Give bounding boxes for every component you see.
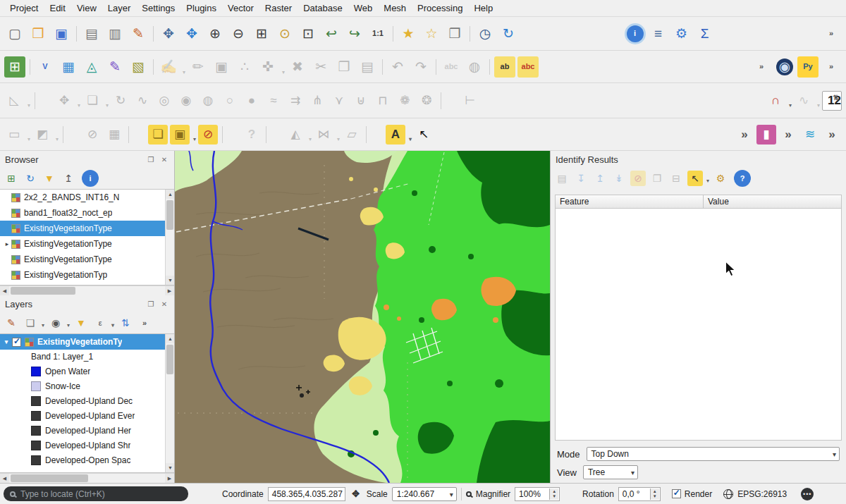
new-project-icon[interactable]: ▢: [4, 23, 25, 44]
menu-plugins[interactable]: Plugins: [180, 1, 222, 16]
identify-help-icon[interactable]: ?: [734, 170, 751, 187]
filter-legend-icon[interactable]: ▼: [73, 315, 89, 331]
move-feature-icon[interactable]: ✥: [54, 91, 74, 111]
pan-to-selection-icon[interactable]: ✥: [181, 23, 202, 44]
zoom-in-icon[interactable]: ⊕: [204, 23, 226, 44]
identify-form-icon[interactable]: ▤: [554, 171, 570, 186]
scroll-thumb[interactable]: [11, 287, 75, 295]
menu-help[interactable]: Help: [468, 1, 498, 16]
copy-features-icon[interactable]: ❐: [333, 56, 355, 78]
dataplotly-icon[interactable]: ▮: [756, 125, 776, 145]
browser-item[interactable]: ExistingVegetationType: [0, 252, 174, 267]
band-row[interactable]: Band 1: Layer_1: [0, 350, 174, 364]
fill-ring-icon[interactable]: ◍: [198, 91, 218, 111]
spinner-arrows[interactable]: [549, 488, 558, 500]
zoom-full-icon[interactable]: ⊞: [251, 23, 272, 44]
mode-dropdown[interactable]: Top Down: [587, 447, 840, 461]
trim-extend-icon[interactable]: ⊢: [460, 91, 480, 111]
python-console-icon[interactable]: Py: [797, 56, 819, 78]
delete-ring-icon[interactable]: ○: [220, 91, 240, 111]
add-delimited-text-icon[interactable]: ✎: [104, 56, 125, 78]
horizontal-scrollbar[interactable]: [0, 473, 174, 483]
legend-item[interactable]: Developed-Upland Shr: [0, 438, 174, 453]
label-visibility-icon[interactable]: ⊘: [198, 125, 218, 145]
column-header-value[interactable]: Value: [704, 195, 841, 208]
options-icon[interactable]: ⚙: [671, 23, 692, 44]
messages-icon[interactable]: [801, 488, 814, 500]
offset-point-symbols-icon[interactable]: ❂: [417, 91, 436, 111]
magnifier-spinner[interactable]: 100%: [515, 487, 560, 501]
scroll-thumb[interactable]: [11, 474, 88, 482]
scroll-track[interactable]: [166, 343, 174, 463]
split-features-icon[interactable]: ⋔: [307, 91, 327, 111]
add-vector-layer-icon[interactable]: V: [35, 56, 56, 78]
menu-mesh[interactable]: Mesh: [378, 1, 412, 16]
annotations-icon[interactable]: A: [386, 125, 405, 145]
temporal-controller-icon[interactable]: ◷: [474, 23, 496, 44]
legend-item[interactable]: Developed-Open Spac: [0, 453, 174, 467]
copy-feature-icon[interactable]: ❐: [649, 171, 665, 186]
scroll-track[interactable]: [9, 474, 165, 483]
show-layout-manager-icon[interactable]: ▥: [104, 23, 125, 44]
save-layer-edits-icon[interactable]: ▣: [211, 56, 232, 78]
render-toggle[interactable]: Render: [670, 489, 712, 499]
zoom-native-icon[interactable]: 1:1: [367, 23, 388, 44]
refresh-map-icon[interactable]: ↻: [498, 23, 519, 44]
legend-item[interactable]: Developed-Upland Her: [0, 423, 174, 438]
expand-tree-icon[interactable]: ↧: [573, 171, 589, 186]
style-manager-icon[interactable]: ✎: [128, 23, 149, 44]
browser-item[interactable]: band1_float32_noct_ep: [0, 205, 174, 221]
open-project-icon[interactable]: ❒: [27, 23, 49, 44]
collapse-tree-icon[interactable]: ↥: [592, 171, 608, 186]
deselect-features-icon[interactable]: ⊘: [82, 125, 102, 145]
profile-tool-icon[interactable]: ≋: [800, 125, 820, 145]
toolbar-extension-icon[interactable]: »: [751, 56, 772, 78]
scale-dropdown[interactable]: 1:240.667: [392, 487, 457, 501]
vertex-tool-icon[interactable]: ✜: [257, 56, 278, 78]
legend-item[interactable]: Snow-Ice: [0, 379, 174, 393]
panel-float-icon[interactable]: [146, 299, 156, 309]
metasearch-icon[interactable]: ◉: [776, 59, 793, 75]
layer-diagram-icon[interactable]: ◍: [464, 56, 485, 78]
expand-collapse-icon[interactable]: ⇅: [118, 315, 133, 331]
panel-close-icon[interactable]: [159, 299, 169, 309]
scroll-down-button[interactable]: [166, 463, 174, 472]
data-source-manager-icon[interactable]: ⊞: [4, 56, 25, 78]
identify-results-table[interactable]: Feature Value: [555, 195, 842, 441]
render-checkbox[interactable]: [672, 489, 681, 498]
layer-visibility-checkbox[interactable]: [12, 338, 21, 347]
save-project-icon[interactable]: ▣: [51, 23, 72, 44]
menu-vector[interactable]: Vector: [222, 1, 259, 16]
simplify-feature-icon[interactable]: ∿: [133, 91, 152, 111]
view-dropdown[interactable]: Tree: [583, 465, 638, 479]
toolbar-extension-icon[interactable]: »: [821, 23, 842, 44]
add-raster-layer-icon[interactable]: ▦: [58, 56, 79, 78]
layers-extension-icon[interactable]: »: [137, 315, 152, 331]
add-ring-icon[interactable]: ◎: [154, 91, 174, 111]
pan-map-icon[interactable]: ✥: [158, 23, 179, 44]
horizontal-scrollbar[interactable]: [0, 285, 174, 295]
cut-features-icon[interactable]: ✂: [310, 56, 331, 78]
filter-expression-icon[interactable]: ε: [92, 315, 108, 331]
highlight-labels-icon[interactable]: abc: [517, 56, 539, 78]
properties-widget-icon[interactable]: i: [82, 170, 99, 187]
vertical-scrollbar[interactable]: [165, 190, 174, 285]
column-header-feature[interactable]: Feature: [556, 195, 704, 208]
merge-attributes-icon[interactable]: ⊓: [373, 91, 393, 111]
scroll-track[interactable]: [166, 199, 174, 276]
scroll-left-button[interactable]: [0, 474, 9, 483]
expander-icon[interactable]: ▾: [2, 338, 11, 345]
add-part-icon[interactable]: ◉: [176, 91, 196, 111]
scroll-up-button[interactable]: [166, 190, 174, 199]
locate-search[interactable]: Type to locate (Ctrl+K): [4, 486, 188, 501]
toolbar-extension-icon[interactable]: »: [821, 56, 842, 78]
refresh-browser-icon[interactable]: ↻: [23, 171, 38, 186]
menu-settings[interactable]: Settings: [136, 1, 180, 16]
rotate-feature-icon[interactable]: ↻: [111, 91, 130, 111]
new-print-layout-icon[interactable]: ▤: [81, 23, 102, 44]
delete-part-icon[interactable]: ●: [242, 91, 262, 111]
browser-item[interactable]: 2x2_2_BANDS_INT16_N: [0, 190, 174, 205]
menu-layer[interactable]: Layer: [102, 1, 137, 16]
browser-item[interactable]: ▸ ExistingVegetationType: [0, 236, 174, 252]
undo-icon[interactable]: ↶: [387, 56, 408, 78]
